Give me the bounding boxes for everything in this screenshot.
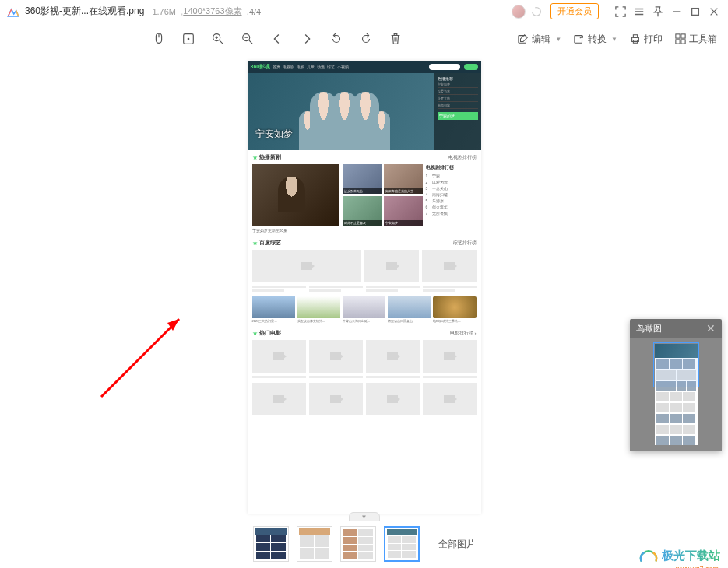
mouse-icon[interactable] (151, 31, 167, 47)
hero-title: 宁安如梦 (255, 128, 293, 141)
fullscreen-icon[interactable] (613, 4, 628, 19)
star-icon: ★ (252, 330, 258, 337)
watermark-text: 极光下载站 (662, 549, 720, 563)
placeholder-thumb (364, 250, 419, 282)
search-button (464, 64, 478, 70)
print-label: 打印 (644, 33, 663, 46)
svg-marker-17 (167, 319, 179, 331)
annotation-arrow (93, 303, 195, 405)
delete-icon[interactable] (388, 31, 403, 47)
edit-icon (518, 33, 529, 44)
toolbox-icon (675, 33, 686, 44)
minimize-icon[interactable] (669, 4, 684, 19)
star-icon: ★ (252, 240, 258, 247)
birdview-viewport-indicator[interactable] (653, 342, 699, 387)
svg-rect-0 (692, 8, 699, 15)
all-images-button[interactable]: 全部图片 (438, 538, 476, 551)
video-thumb (252, 164, 339, 226)
birdview-title: 鸟瞰图 (636, 323, 662, 335)
file-title: 360影视-更新...在线观看.png (25, 5, 144, 18)
title-bar: 360影视-更新...在线观看.png 1.76M , 1400*3763像素 … (0, 0, 728, 23)
star-icon: ★ (252, 154, 258, 161)
chevron-down-icon: ▼ (611, 36, 617, 43)
svg-line-16 (101, 319, 179, 397)
placeholder-thumb (252, 250, 361, 282)
zoom-out-icon[interactable] (240, 31, 255, 47)
user-avatar[interactable] (512, 5, 526, 19)
file-size[interactable]: 1.76M (152, 7, 176, 16)
rotate-right-icon[interactable] (358, 31, 374, 47)
watermark: 极光下载站 (638, 548, 720, 563)
watermark-logo-icon (638, 548, 659, 563)
file-count: 4/4 (249, 7, 261, 16)
placeholder-thumb (366, 383, 420, 415)
toolbox-label: 工具箱 (689, 33, 717, 46)
watermark-url: www.xz7.com (676, 565, 719, 568)
convert-icon (574, 33, 585, 44)
svg-rect-14 (676, 40, 680, 44)
toolbox-button[interactable]: 工具箱 (675, 33, 717, 46)
svg-rect-15 (681, 40, 685, 44)
placeholder-thumb (423, 340, 477, 373)
zoom-in-icon[interactable] (210, 31, 226, 47)
svg-rect-13 (681, 34, 685, 38)
print-button[interactable]: 打印 (630, 33, 663, 46)
svg-rect-10 (633, 35, 637, 38)
prev-icon[interactable] (269, 31, 285, 47)
close-icon[interactable] (706, 4, 722, 19)
placeholder-thumb (422, 250, 477, 282)
thumbnail-bar: ▼ 全部图片 (0, 520, 728, 568)
app-logo-icon (6, 5, 20, 19)
chevron-down-icon: ▼ (555, 36, 561, 43)
thumbnail-3[interactable] (340, 526, 376, 562)
menu-icon[interactable] (631, 4, 647, 19)
search-input (429, 64, 460, 70)
placeholder-thumb (252, 383, 306, 415)
svg-rect-8 (575, 36, 582, 44)
image-viewport[interactable]: 360影视 首页 电视剧 电影 儿童 动漫 综艺 小视频 宁安如梦 热播推荐 (0, 54, 728, 514)
convert-label: 转换 (588, 33, 607, 46)
placeholder-thumb (252, 340, 306, 373)
print-icon (630, 33, 641, 44)
convert-button[interactable]: 转换 ▼ (574, 33, 617, 46)
birdview-close-icon[interactable]: ✕ (706, 322, 716, 335)
refresh-icon[interactable] (530, 5, 543, 18)
placeholder-thumb (366, 340, 420, 373)
birdview-minimap[interactable] (655, 344, 698, 445)
birdview-panel[interactable]: 鸟瞰图 ✕ (630, 319, 722, 451)
thumbnail-4[interactable] (384, 526, 420, 562)
svg-point-4 (188, 38, 190, 40)
edit-button[interactable]: 编辑 ▼ (518, 33, 561, 46)
vip-button[interactable]: 开通会员 (550, 3, 599, 19)
pin-icon[interactable] (650, 4, 666, 19)
svg-rect-12 (676, 34, 680, 38)
rotate-left-icon[interactable] (329, 31, 344, 47)
fit-screen-icon[interactable] (181, 31, 196, 47)
expand-handle[interactable]: ▼ (349, 512, 380, 521)
file-dimensions[interactable]: 1400*3763像素 (183, 5, 241, 17)
placeholder-thumb (423, 383, 477, 415)
next-icon[interactable] (299, 31, 315, 47)
thumbnail-1[interactable] (253, 526, 289, 562)
edit-label: 编辑 (532, 33, 550, 46)
maximize-icon[interactable] (688, 4, 703, 19)
placeholder-thumb (309, 340, 363, 373)
site-logo: 360影视 (251, 63, 271, 71)
toolbar: 编辑 ▼ 转换 ▼ 打印 工具箱 (0, 23, 728, 54)
placeholder-thumb (309, 383, 363, 415)
thumbnail-2[interactable] (297, 526, 332, 562)
displayed-image: 360影视 首页 电视剧 电影 儿童 动漫 综艺 小视频 宁安如梦 热播推荐 (248, 61, 481, 514)
